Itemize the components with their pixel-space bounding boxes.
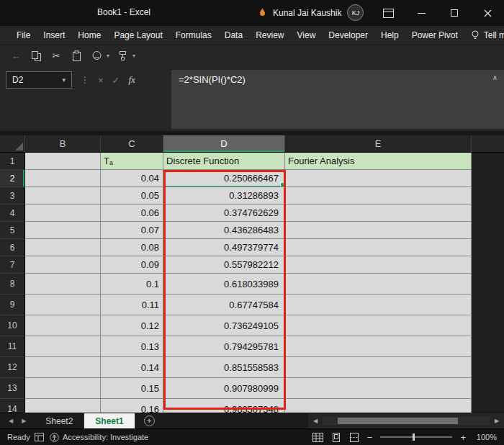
ribbon-display-options-icon[interactable]: [372, 0, 405, 26]
cell-E8[interactable]: [285, 274, 472, 295]
format-painter-button[interactable]: [114, 48, 131, 65]
cell-E11[interactable]: [285, 336, 472, 357]
normal-view-icon[interactable]: [312, 433, 323, 442]
undo-button[interactable]: ←: [7, 48, 24, 65]
cell-B5[interactable]: [25, 222, 101, 239]
name-box[interactable]: D2 ▾: [6, 71, 72, 89]
cell-C7[interactable]: 0.09: [101, 256, 163, 274]
ribbon-tab-page-layout[interactable]: Page Layout: [107, 26, 168, 45]
zoom-slider-thumb[interactable]: [413, 433, 415, 441]
row-header-10[interactable]: 10: [0, 315, 25, 336]
column-header-C[interactable]: C: [101, 135, 163, 152]
cell-C2[interactable]: 0.04: [101, 170, 163, 187]
ribbon-tab-developer[interactable]: Developer: [322, 26, 374, 45]
paste-button[interactable]: [68, 48, 85, 65]
cell-E10[interactable]: [285, 315, 472, 336]
column-header-B[interactable]: B: [25, 135, 101, 152]
cell-C13[interactable]: 0.15: [101, 378, 163, 399]
cell-E14[interactable]: [285, 399, 472, 413]
accessibility-status[interactable]: Accessibility: Investigate: [50, 433, 148, 442]
cell-C14[interactable]: 0.16: [101, 399, 163, 413]
row-header-14[interactable]: 14: [0, 399, 25, 413]
new-sheet-button[interactable]: +: [144, 415, 155, 426]
cell-B10[interactable]: [25, 315, 101, 336]
row-header-7[interactable]: 7: [0, 256, 25, 274]
cell-C3[interactable]: 0.05: [101, 187, 163, 204]
cell-D13[interactable]: 0.907980999: [163, 378, 285, 399]
insert-function-button[interactable]: fx: [129, 74, 135, 86]
cell-C5[interactable]: 0.07: [101, 222, 163, 239]
cell-D14[interactable]: 0.963507348: [163, 399, 285, 413]
cell-D3[interactable]: 0.31286893: [163, 187, 285, 204]
row-header-11[interactable]: 11: [0, 336, 25, 357]
avatar[interactable]: KJ: [347, 4, 364, 21]
cell-C1[interactable]: Tₐ: [101, 153, 163, 170]
cell-E9[interactable]: [285, 295, 472, 315]
scrollbar-track[interactable]: [323, 417, 490, 425]
minimize-button[interactable]: [405, 0, 438, 26]
cell-B4[interactable]: [25, 204, 101, 222]
row-header-2[interactable]: 2: [0, 170, 25, 187]
cell-E6[interactable]: [285, 239, 472, 256]
formula-input[interactable]: =2*SIN(PI()*C2) ∧: [171, 70, 504, 129]
cell-C12[interactable]: 0.14: [101, 357, 163, 378]
cell-B1[interactable]: [25, 153, 101, 170]
row-header-8[interactable]: 8: [0, 274, 25, 295]
row-header-3[interactable]: 3: [0, 187, 25, 204]
sheet-nav-right-icon[interactable]: ▶: [22, 418, 26, 424]
cut-button[interactable]: ✂: [48, 48, 65, 65]
sheet-nav-left-icon[interactable]: ◀: [9, 418, 13, 424]
row-header-12[interactable]: 12: [0, 357, 25, 378]
cell-C6[interactable]: 0.08: [101, 239, 163, 256]
cell-B2[interactable]: [25, 170, 101, 187]
cell-B12[interactable]: [25, 357, 101, 378]
row-header-9[interactable]: 9: [0, 295, 25, 315]
cell-C9[interactable]: 0.11: [101, 295, 163, 315]
ribbon-tab-insert[interactable]: Insert: [37, 26, 71, 45]
copy-button[interactable]: [27, 48, 45, 65]
sheet-tab-sheet2[interactable]: Sheet2: [35, 413, 84, 428]
maximize-button[interactable]: [438, 0, 471, 26]
row-header-6[interactable]: 6: [0, 239, 25, 256]
chevron-down-icon[interactable]: ▾: [62, 76, 66, 84]
cell-B9[interactable]: [25, 295, 101, 315]
cell-E2[interactable]: [285, 170, 472, 187]
cell-B13[interactable]: [25, 378, 101, 399]
ribbon-tab-data[interactable]: Data: [218, 26, 249, 45]
row-header-5[interactable]: 5: [0, 222, 25, 239]
cell-E3[interactable]: [285, 187, 472, 204]
horizontal-scrollbar[interactable]: ◀ ▶: [308, 413, 504, 428]
ribbon-tab-view[interactable]: View: [291, 26, 323, 45]
cell-D8[interactable]: 0.618033989: [163, 274, 285, 295]
close-button[interactable]: [471, 0, 504, 26]
page-break-view-icon[interactable]: [349, 433, 359, 442]
scroll-left-icon[interactable]: ◀: [312, 418, 319, 424]
collapse-formula-bar-icon[interactable]: ∧: [492, 73, 498, 81]
cell-E13[interactable]: [285, 378, 472, 399]
cell-D10[interactable]: 0.736249105: [163, 315, 285, 336]
cell-D1[interactable]: Discrete Function: [163, 153, 285, 170]
chevron-down-icon[interactable]: ▾: [107, 53, 109, 59]
ribbon-tab-file[interactable]: File: [10, 26, 37, 45]
cell-C11[interactable]: 0.13: [101, 336, 163, 357]
ribbon-tab-review[interactable]: Review: [249, 26, 290, 45]
column-header-E[interactable]: E: [285, 135, 472, 152]
cell-B7[interactable]: [25, 256, 101, 274]
cell-C8[interactable]: 0.1: [101, 274, 163, 295]
cell-D9[interactable]: 0.67747584: [163, 295, 285, 315]
ribbon-tab-help[interactable]: Help: [374, 26, 405, 45]
cell-E1[interactable]: Fourier Analysis: [285, 153, 472, 170]
cell-D12[interactable]: 0.851558583: [163, 357, 285, 378]
fill-color-button[interactable]: [88, 48, 105, 65]
sheet-tab-sheet1[interactable]: Sheet1: [84, 413, 135, 428]
cell-D4[interactable]: 0.374762629: [163, 204, 285, 222]
cell-E7[interactable]: [285, 256, 472, 274]
cell-D2[interactable]: 0.250666467: [163, 170, 285, 187]
cell-E5[interactable]: [285, 222, 472, 239]
tell-me[interactable]: Tell me: [464, 26, 504, 45]
cell-B8[interactable]: [25, 274, 101, 295]
cell-D5[interactable]: 0.436286483: [163, 222, 285, 239]
macro-record-icon[interactable]: [35, 433, 44, 441]
cell-C4[interactable]: 0.06: [101, 204, 163, 222]
zoom-slider[interactable]: [380, 436, 452, 438]
